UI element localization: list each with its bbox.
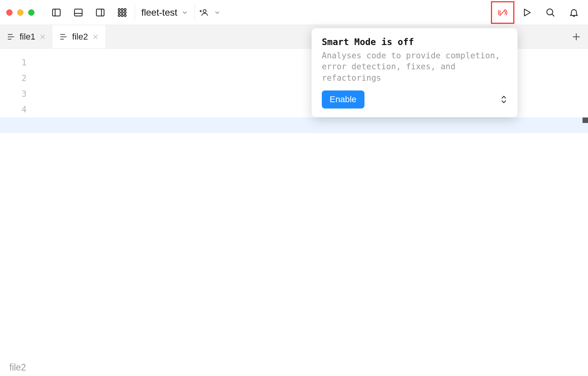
tab-label: file2 bbox=[72, 32, 88, 42]
top-toolbar: fleet-test bbox=[0, 0, 588, 25]
panel-right-icon bbox=[95, 7, 105, 18]
svg-marker-19 bbox=[525, 9, 530, 16]
editor-area[interactable]: 1 2 3 4 5 Smart Mode is off Analyses cod… bbox=[0, 49, 588, 359]
svg-line-21 bbox=[552, 14, 554, 16]
notifications-button[interactable] bbox=[563, 2, 585, 24]
run-button[interactable] bbox=[516, 2, 538, 24]
panel-toggle-group bbox=[45, 2, 133, 24]
svg-line-18 bbox=[500, 9, 505, 16]
popover-subtitle: Analyses code to provide completion, err… bbox=[322, 50, 507, 83]
smart-mode-popover: Smart Mode is off Analyses code to provi… bbox=[312, 28, 518, 117]
file-icon bbox=[59, 32, 68, 42]
svg-point-10 bbox=[121, 11, 123, 13]
svg-rect-4 bbox=[96, 9, 104, 16]
line-number: 4 bbox=[0, 102, 34, 118]
chevron-up-icon bbox=[500, 95, 507, 99]
invite-user-icon bbox=[199, 7, 209, 18]
smart-mode-enable-button[interactable]: Enable bbox=[322, 90, 364, 108]
chevron-down-icon bbox=[181, 9, 188, 16]
svg-rect-2 bbox=[74, 9, 82, 16]
status-path: file2 bbox=[9, 362, 26, 373]
workspace-name: fleet-test bbox=[141, 7, 177, 18]
plus-icon bbox=[571, 32, 581, 42]
window-zoom-button[interactable] bbox=[28, 9, 34, 16]
svg-point-12 bbox=[118, 14, 120, 16]
svg-point-14 bbox=[124, 14, 126, 16]
svg-point-20 bbox=[547, 9, 553, 14]
window-controls bbox=[6, 9, 34, 16]
tab-file1[interactable]: file1 bbox=[0, 25, 52, 48]
line-number-gutter: 1 2 3 4 5 bbox=[0, 49, 34, 359]
new-tab-button[interactable] bbox=[565, 25, 588, 48]
panel-right-toggle[interactable] bbox=[89, 2, 111, 24]
popover-title: Smart Mode is off bbox=[322, 37, 507, 47]
smart-mode-button-highlighted[interactable] bbox=[491, 1, 514, 24]
tab-file2[interactable]: file2 bbox=[52, 25, 105, 48]
line-number: 1 bbox=[0, 55, 34, 70]
svg-point-7 bbox=[121, 8, 123, 10]
toolbar-separator bbox=[195, 4, 195, 21]
svg-point-9 bbox=[118, 11, 120, 13]
workspace-selector[interactable]: fleet-test bbox=[137, 2, 193, 24]
smart-mode-expand-toggle[interactable] bbox=[500, 95, 507, 104]
apps-grid-icon bbox=[117, 7, 127, 18]
chevron-down-icon bbox=[500, 99, 507, 104]
bell-icon bbox=[569, 7, 579, 18]
tab-label: file1 bbox=[20, 32, 35, 42]
svg-point-6 bbox=[118, 8, 120, 10]
close-icon[interactable] bbox=[39, 33, 46, 40]
minimap-marker bbox=[583, 118, 588, 123]
svg-point-13 bbox=[121, 14, 123, 16]
search-button[interactable] bbox=[539, 2, 561, 24]
svg-rect-0 bbox=[52, 9, 60, 16]
panel-bottom-toggle[interactable] bbox=[67, 2, 89, 24]
line-number: 2 bbox=[0, 70, 34, 86]
svg-point-8 bbox=[124, 8, 126, 10]
toolbar-separator bbox=[135, 4, 135, 21]
panel-left-icon bbox=[51, 7, 61, 18]
close-icon[interactable] bbox=[92, 33, 99, 40]
window-close-button[interactable] bbox=[6, 9, 13, 16]
file-icon bbox=[6, 32, 16, 42]
panel-left-toggle[interactable] bbox=[45, 2, 67, 24]
status-bar: file2 bbox=[0, 359, 588, 376]
line-number: 3 bbox=[0, 86, 34, 102]
toolbar-right-group bbox=[491, 1, 585, 24]
smart-mode-off-icon bbox=[498, 7, 508, 18]
search-icon bbox=[545, 7, 556, 18]
invite-user-dropdown[interactable] bbox=[211, 2, 223, 24]
run-icon bbox=[522, 7, 532, 18]
svg-point-15 bbox=[203, 9, 206, 12]
chevron-down-icon bbox=[214, 9, 221, 16]
current-line-highlight bbox=[0, 118, 588, 133]
invite-user-button[interactable] bbox=[197, 2, 211, 24]
window-minimize-button[interactable] bbox=[17, 9, 23, 16]
svg-point-11 bbox=[124, 11, 126, 13]
apps-grid-button[interactable] bbox=[111, 2, 133, 24]
panel-bottom-icon bbox=[73, 7, 83, 18]
